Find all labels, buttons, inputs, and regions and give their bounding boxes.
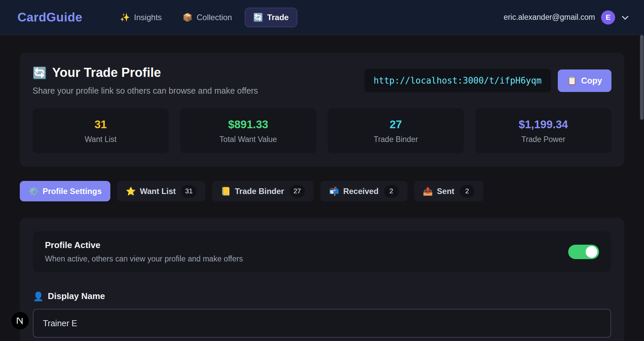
user-email: eric.alexander@gmail.com xyxy=(503,13,595,22)
nav-item-label: Collection xyxy=(197,13,232,22)
copy-link-button[interactable]: 📋 Copy xyxy=(558,69,611,92)
brand-logo[interactable]: CardGuide xyxy=(17,10,83,25)
share-link-row: http://localhost:3000/t/ifpH6yqm 📋 Copy xyxy=(364,69,611,92)
profile-active-toggle[interactable] xyxy=(568,245,599,259)
tab-label: Received xyxy=(343,187,378,196)
stat-card-trade-power: $1,199.34 Trade Power xyxy=(475,108,611,153)
stat-value: $1,199.34 xyxy=(519,118,568,131)
package-icon: 📦 xyxy=(182,13,193,22)
nav-item-trade[interactable]: 🔄 Trade xyxy=(245,8,297,27)
tab-trade-binder[interactable]: 📒 Trade Binder 27 xyxy=(212,181,314,201)
stat-label: Want List xyxy=(85,135,116,144)
display-name-label-text: Display Name xyxy=(48,291,105,301)
tab-received[interactable]: 📬 Received 2 xyxy=(320,181,407,201)
tab-profile-settings[interactable]: ⚙️ Profile Settings xyxy=(20,181,110,201)
stat-card-total-want-value: $891.33 Total Want Value xyxy=(180,108,316,153)
tab-label: Want List xyxy=(140,187,176,196)
gear-icon: ⚙️ xyxy=(29,187,39,196)
profile-active-text: Profile Active When active, others can v… xyxy=(45,240,243,263)
nextjs-dev-badge[interactable] xyxy=(11,311,29,330)
tab-count-badge: 2 xyxy=(384,185,399,198)
nav-item-label: Trade xyxy=(267,13,289,22)
trade-profile-card: 🔄 Your Trade Profile Share your profile … xyxy=(20,53,624,167)
tab-want-list[interactable]: ⭐ Want List 31 xyxy=(117,181,205,201)
share-url-box[interactable]: http://localhost:3000/t/ifpH6yqm xyxy=(364,69,551,92)
stat-label: Trade Binder xyxy=(374,135,418,144)
profile-header: 🔄 Your Trade Profile Share your profile … xyxy=(33,65,611,96)
setting-description: When active, others can view your profil… xyxy=(45,254,243,263)
copy-button-label: Copy xyxy=(581,76,602,86)
setting-title: Profile Active xyxy=(45,240,243,250)
display-name-section: 👤 Display Name This name will be shown o… xyxy=(33,291,611,341)
stats-grid: 31 Want List $891.33 Total Want Value 27… xyxy=(33,108,611,153)
display-name-input[interactable] xyxy=(33,309,611,338)
star-icon: ⭐ xyxy=(126,187,136,196)
stat-value: 31 xyxy=(95,118,107,131)
stat-card-want-list: 31 Want List xyxy=(33,108,169,153)
tab-label: Profile Settings xyxy=(43,187,102,196)
chevron-down-icon[interactable] xyxy=(622,13,629,20)
profile-settings-panel: Profile Active When active, others can v… xyxy=(20,218,624,341)
profile-title-block: 🔄 Your Trade Profile Share your profile … xyxy=(33,65,258,96)
mailbox-icon: 📬 xyxy=(329,187,339,196)
stat-card-trade-binder: 27 Trade Binder xyxy=(328,108,464,153)
stat-value: 27 xyxy=(390,118,402,131)
page-title-text: Your Trade Profile xyxy=(52,65,161,80)
toggle-knob xyxy=(586,246,597,258)
nextjs-n-icon xyxy=(14,315,26,327)
nav-item-label: Insights xyxy=(134,13,162,22)
clipboard-icon: 📋 xyxy=(567,76,577,85)
trade-arrows-icon: 🔄 xyxy=(33,66,47,80)
page-content: 🔄 Your Trade Profile Share your profile … xyxy=(0,35,644,341)
trade-arrows-icon: 🔄 xyxy=(253,13,263,22)
vertical-scrollbar-thumb[interactable] xyxy=(640,35,644,120)
ledger-icon: 📒 xyxy=(221,187,231,196)
page-title: 🔄 Your Trade Profile xyxy=(33,65,258,80)
stat-label: Trade Power xyxy=(522,135,566,144)
tab-label: Sent xyxy=(437,187,454,196)
stat-label: Total Want Value xyxy=(219,135,277,144)
top-navbar: CardGuide ✨ Insights 📦 Collection 🔄 Trad… xyxy=(0,0,644,35)
tab-label: Trade Binder xyxy=(235,187,284,196)
person-silhouette-icon: 👤 xyxy=(33,291,44,301)
tab-count-badge: 31 xyxy=(181,185,197,198)
nav-item-collection[interactable]: 📦 Collection xyxy=(174,8,240,27)
sparkles-icon: ✨ xyxy=(120,13,130,22)
page-subtitle: Share your profile link so others can br… xyxy=(33,86,258,96)
display-name-label: 👤 Display Name xyxy=(33,291,611,301)
tab-count-badge: 27 xyxy=(289,185,305,198)
tab-sent[interactable]: 📤 Sent 2 xyxy=(414,181,483,201)
tab-count-badge: 2 xyxy=(460,185,475,198)
user-avatar[interactable]: E xyxy=(601,10,615,25)
nav-item-insights[interactable]: ✨ Insights xyxy=(112,8,170,27)
outbox-icon: 📤 xyxy=(423,187,433,196)
stat-value: $891.33 xyxy=(228,118,268,131)
trade-tabs: ⚙️ Profile Settings ⭐ Want List 31 📒 Tra… xyxy=(20,181,624,201)
profile-active-setting: Profile Active When active, others can v… xyxy=(33,231,611,272)
nav-user-area: eric.alexander@gmail.com E xyxy=(503,10,627,25)
nav-items: ✨ Insights 📦 Collection 🔄 Trade xyxy=(112,8,297,27)
